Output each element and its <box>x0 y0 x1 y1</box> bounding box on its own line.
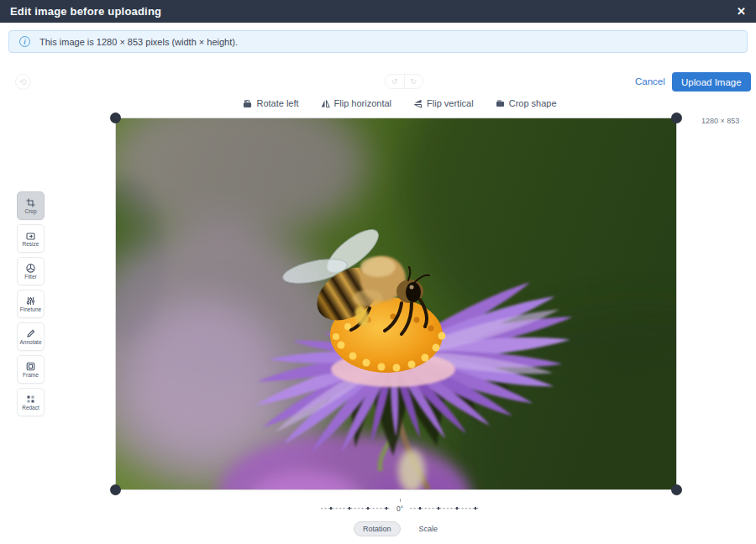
ruler-ticks-left[interactable] <box>320 505 391 512</box>
frame-icon <box>26 362 35 371</box>
ruler-ticks-right[interactable] <box>409 505 480 512</box>
sidebar-item-annotate[interactable]: Annotate <box>17 322 45 351</box>
modal-header: Edit image before uploading ✕ <box>0 0 756 23</box>
flip-horizontal-button[interactable]: Flip horizontal <box>321 98 391 108</box>
filter-icon <box>26 264 35 273</box>
crop-shape-icon <box>496 99 505 108</box>
image-size-banner: i This image is 1280 × 853 pixels (width… <box>8 30 748 53</box>
mode-switcher: Rotation Scale <box>0 521 756 536</box>
image-size-text: This image is 1280 × 853 pixels (width ×… <box>39 37 238 47</box>
crop-icon <box>26 198 35 207</box>
flip-horizontal-icon <box>321 99 330 108</box>
sidebar-item-finetune[interactable]: Finetune <box>17 290 45 318</box>
undo-icon[interactable]: ↺ <box>386 75 404 88</box>
resize-icon <box>26 231 35 240</box>
sidebar-item-redact[interactable]: Redact <box>17 388 45 416</box>
tab-rotation[interactable]: Rotation <box>354 521 401 536</box>
crop-handle-top-right[interactable] <box>671 112 682 123</box>
modal-title: Edit image before uploading <box>10 5 161 18</box>
upload-image-button[interactable]: Upload Image <box>672 72 751 92</box>
crop-dimensions-label: 1280 × 853 <box>701 117 739 125</box>
tab-scale[interactable]: Scale <box>411 522 447 536</box>
sidebar-item-filter[interactable]: Filter <box>17 257 45 285</box>
annotate-pencil-icon <box>26 329 35 338</box>
photo-bee-on-aster <box>116 118 676 489</box>
rotate-left-button[interactable]: Rotate left <box>243 98 298 108</box>
sidebar-item-resize[interactable]: Resize <box>17 224 45 253</box>
sidebar-item-crop[interactable]: Crop <box>17 191 45 220</box>
flip-vertical-button[interactable]: Flip vertical <box>413 98 474 108</box>
sidebar-item-frame[interactable]: Frame <box>17 355 45 384</box>
crop-handle-bottom-right[interactable] <box>671 484 682 495</box>
crop-shape-button[interactable]: Crop shape <box>496 98 557 108</box>
redact-icon <box>26 395 35 404</box>
info-icon: i <box>19 36 30 47</box>
crop-handle-bottom-left[interactable] <box>110 484 121 495</box>
close-icon[interactable]: ✕ <box>737 5 746 18</box>
undo-redo-group: ↺ ↻ <box>385 74 423 89</box>
crop-canvas[interactable] <box>116 118 676 489</box>
transform-toolbar: Rotate left Flip horizontal Flip vertica… <box>0 98 756 108</box>
history-reset-icon[interactable]: ⟲ <box>15 74 31 90</box>
rotate-left-icon <box>243 99 252 108</box>
finetune-icon <box>26 296 35 306</box>
tool-sidebar: Crop Resize Filter Finetune Annotate Fra… <box>17 191 45 416</box>
flip-vertical-icon <box>413 99 423 108</box>
redo-icon[interactable]: ↻ <box>405 75 423 88</box>
rotation-ruler[interactable]: 0° <box>0 503 756 513</box>
rotation-value: 0° <box>396 503 403 513</box>
crop-handle-top-left[interactable] <box>110 112 121 123</box>
cancel-button[interactable]: Cancel <box>635 76 665 86</box>
